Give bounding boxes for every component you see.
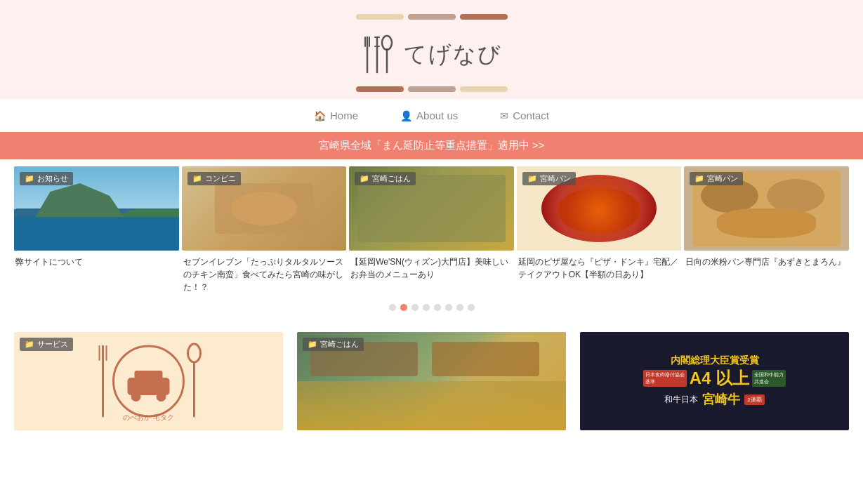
slide-3-title: 【延岡We'SN(ウィズン)大門店】美味しいお弁当のメニューあり — [349, 256, 514, 281]
wagyu-badge-row: 日本食肉格付協会基準 A4 以上 全国和牛能力共進会 — [643, 370, 786, 387]
slide-1[interactable]: 📁 お知らせ 弊サイトについて — [14, 166, 179, 293]
slide-5-title: 日向の米粉パン専門店『あずきとまろん』 — [684, 256, 849, 268]
logo-text: てげなび — [404, 39, 502, 70]
announcement-banner[interactable]: 宮崎県全域「まん延防止等重点措置」適用中 >> — [0, 132, 863, 159]
wagyu-award: 内閣総理大臣賞受賞 — [671, 354, 759, 367]
bottom-section: のべおか 宅タク 📁 サービス 📁 宮崎ごはん 内閣総理大臣賞受賞 日本食肉格付… — [0, 325, 863, 437]
home-icon: 🏠 — [314, 110, 326, 121]
slide-dots — [0, 304, 863, 311]
logo: てげなび — [362, 34, 502, 76]
slide-5-tag: 📁 宮崎パン — [690, 172, 743, 185]
dot-1[interactable] — [389, 304, 396, 311]
wagyu-badge-1: 日本食肉格付協会基準 — [643, 370, 687, 387]
bottom-card-3[interactable]: 内閣総理大臣賞受賞 日本食肉格付協会基準 A4 以上 全国和牛能力共進会 和牛日… — [580, 332, 849, 430]
bar-6 — [460, 86, 508, 92]
slide-4-title: 延岡のピザ屋なら『ピザ・ドンキ』宅配／テイクアウトOK【半額の日あり】 — [517, 256, 682, 281]
nav-home[interactable]: 🏠 Home — [314, 110, 358, 121]
header-bars-top — [356, 14, 508, 20]
slide-2[interactable]: 📁 コンビニ セブンイレブン「たっぷりタルタルソースのチキン南蛮」食べてみたら宮… — [182, 166, 347, 293]
folder-icon-6: 📁 — [25, 340, 34, 349]
bar-3 — [460, 14, 508, 20]
slide-4-tag: 📁 宮崎パン — [522, 172, 576, 185]
folder-icon-4: 📁 — [527, 174, 537, 183]
header-bars-bottom — [356, 86, 508, 92]
wagyu-badge-2: 全国和牛能力共進会 — [752, 370, 786, 387]
wagyu-beef-label: 和牛日本 — [664, 394, 698, 406]
nav-home-label: Home — [330, 110, 358, 121]
bottom-card-1-tag: 📁 サービス — [20, 338, 73, 351]
slide-4[interactable]: 📁 宮崎パン 延岡のピザ屋なら『ピザ・ドンキ』宅配／テイクアウトOK【半額の日あ… — [517, 166, 682, 293]
wagyu-grade: A4 以上 — [690, 370, 749, 387]
folder-icon-7: 📁 — [308, 340, 317, 349]
person-icon: 👤 — [400, 110, 412, 121]
slide-2-tag: 📁 コンビニ — [187, 172, 241, 185]
slide-3[interactable]: 📁 宮崎ごはん 【延岡We'SN(ウィズン)大門店】美味しいお弁当のメニューあり — [349, 166, 514, 293]
bottom-card-2-tag: 📁 宮崎ごはん — [303, 338, 364, 351]
slide-1-tag: 📁 お知らせ — [20, 172, 73, 185]
bar-4 — [356, 86, 404, 92]
bottom-card-1[interactable]: のべおか 宅タク 📁 サービス — [14, 332, 283, 430]
dot-7[interactable] — [456, 304, 463, 311]
wagyu-wins: 2連覇 — [744, 394, 764, 405]
svg-rect-11 — [135, 371, 163, 381]
folder-icon-5: 📁 — [694, 174, 704, 183]
slider-section: 📁 お知らせ 弊サイトについて 📁 コンビニ セブンイレブン「たっぷりタルタルソ… — [0, 159, 863, 325]
wagyu-subtitle-row: 和牛日本 宮崎牛 2連覇 — [664, 391, 764, 408]
slide-1-title: 弊サイトについて — [14, 256, 179, 268]
nav-about[interactable]: 👤 About us — [400, 110, 458, 121]
dot-6[interactable] — [445, 304, 452, 311]
banner-text: 宮崎県全域「まん延防止等重点措置」適用中 >> — [319, 139, 545, 151]
cutlery-icon — [362, 34, 397, 76]
dot-5[interactable] — [434, 304, 441, 311]
nav-about-label: About us — [416, 110, 458, 121]
folder-icon: 📁 — [25, 174, 34, 183]
dot-3[interactable] — [411, 304, 419, 311]
slide-5[interactable]: 📁 宮崎パン 日向の米粉パン専門店『あずきとまろん』 — [684, 166, 849, 293]
navigation: 🏠 Home 👤 About us ✉ Contact — [0, 99, 863, 132]
svg-point-18 — [188, 344, 201, 362]
slide-2-title: セブンイレブン「たっぷりタルタルソースのチキン南蛮」食べてみたら宮崎の味がした！… — [182, 256, 347, 293]
slides-track: 📁 お知らせ 弊サイトについて 📁 コンビニ セブンイレブン「たっぷりタルタルソ… — [0, 166, 863, 293]
folder-icon-2: 📁 — [192, 174, 202, 183]
header: てげなび — [0, 0, 863, 99]
wagyu-name: 宮崎牛 — [702, 391, 740, 408]
bottom-card-2[interactable]: 📁 宮崎ごはん — [297, 332, 566, 430]
bar-1 — [356, 14, 404, 20]
envelope-icon: ✉ — [500, 110, 508, 121]
dot-2[interactable] — [400, 304, 407, 311]
slide-3-tag: 📁 宮崎ごはん — [355, 172, 416, 185]
svg-text:のべおか 宅タク: のべおか 宅タク — [123, 413, 174, 421]
bar-5 — [408, 86, 456, 92]
nav-contact[interactable]: ✉ Contact — [500, 110, 549, 121]
svg-point-13 — [157, 392, 166, 402]
dot-4[interactable] — [423, 304, 430, 311]
wagyu-ad: 内閣総理大臣賞受賞 日本食肉格付協会基準 A4 以上 全国和牛能力共進会 和牛日… — [580, 332, 849, 430]
folder-icon-3: 📁 — [360, 174, 369, 183]
svg-point-12 — [131, 392, 141, 402]
nav-contact-label: Contact — [513, 110, 549, 121]
bar-2 — [408, 14, 456, 20]
svg-point-8 — [382, 36, 392, 50]
dot-8[interactable] — [468, 304, 475, 311]
